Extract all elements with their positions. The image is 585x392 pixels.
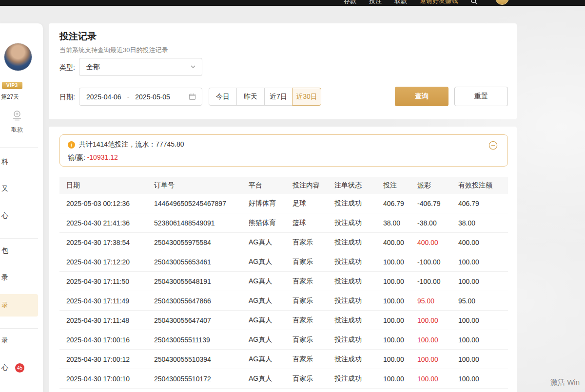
type-label: 类型: (59, 63, 75, 72)
quick-date-button[interactable]: 昨天 (236, 88, 265, 106)
search-icon[interactable] (470, 0, 477, 4)
cell-date: 2025-04-30 17:00:12 (59, 355, 154, 363)
cell-order: 250430055975584 (154, 239, 249, 246)
query-button[interactable]: 查询 (395, 87, 448, 106)
cell-platform: AG真人 (249, 258, 292, 266)
topbar-nav-item[interactable]: 存款 (344, 0, 356, 5)
cell-date: 2025-04-30 17:11:50 (59, 278, 154, 285)
cell-valid: 100.00 (458, 317, 508, 324)
table-header-cell: 有效投注额 (458, 181, 508, 190)
table-header-cell: 平台 (249, 181, 292, 190)
cell-valid: 100.00 (458, 355, 508, 363)
cell-platform: 好博体育 (249, 199, 292, 208)
sidebar-item[interactable]: 料 (0, 152, 38, 172)
sidebar-item[interactable]: 录 (0, 331, 38, 350)
summary-totals-text: 共计1414笔投注，流水：77745.80 (79, 140, 184, 149)
table-row: 2025-04-30 17:12:20250430055653461AG真人百家… (59, 252, 508, 272)
notification-badge: 45 (15, 363, 24, 373)
cell-payout: 400.00 (417, 239, 458, 246)
user-avatar[interactable] (4, 43, 32, 71)
cell-payout: -100.00 (417, 258, 458, 266)
cell-platform: AG真人 (249, 374, 292, 383)
topbar-promo-link[interactable]: 邀请好友赚钱 (420, 0, 458, 5)
sidebar-item[interactable]: 包 (0, 241, 38, 261)
cell-valid: 400.00 (458, 239, 508, 246)
sidebar-item[interactable]: 心45 (0, 358, 38, 377)
cell-date: 2025-04-30 17:38:54 (59, 239, 154, 246)
withdraw-icon (11, 115, 23, 123)
table-header-cell: 日期 (59, 181, 154, 190)
cell-status: 投注成功 (334, 336, 383, 344)
cell-order: 250430055653461 (154, 258, 249, 266)
sidebar-item-label: 心 (1, 211, 8, 220)
sidebar-item-label: 包 (1, 246, 8, 255)
cell-valid: 38.00 (458, 219, 508, 227)
cell-content: 百家乐 (292, 238, 334, 247)
winloss-label: 输/赢: (68, 153, 85, 161)
date-range-picker[interactable]: 2025-04-06 - 2025-05-05 (79, 88, 202, 106)
cell-bet: 100.00 (383, 355, 417, 363)
cell-date: 2025-04-30 17:00:16 (59, 336, 154, 344)
records-panel: i 共计1414笔投注，流水：77745.80 输/赢: -10931.12 日… (49, 127, 517, 392)
cell-order: 250430055647866 (154, 297, 249, 305)
cell-content: 百家乐 (292, 316, 334, 325)
topbar-nav-item[interactable]: 投注 (369, 0, 382, 5)
sidebar-item[interactable]: 又 (0, 179, 38, 199)
cell-order: 250430055648191 (154, 278, 249, 285)
page-title: 投注记录 (59, 30, 97, 43)
cell-status: 投注成功 (334, 199, 383, 208)
cell-date: 2025-04-30 17:00:10 (59, 375, 154, 383)
cell-payout: 100.00 (417, 336, 458, 344)
cell-date: 2025-04-30 17:11:48 (59, 317, 154, 324)
type-select[interactable]: 全部 (79, 58, 202, 76)
sidebar-item-label: 录 (1, 301, 8, 310)
cell-status: 投注成功 (334, 355, 383, 364)
cell-order: 250430055510172 (154, 375, 249, 383)
cell-platform: 熊猫体育 (249, 219, 292, 227)
cell-content: 百家乐 (292, 336, 334, 344)
info-icon: i (68, 141, 75, 149)
reset-button[interactable]: 重置 (454, 87, 508, 106)
sidebar-divider (0, 147, 38, 148)
table-row: 2025-05-03 00:12:361446496505245467897好博… (59, 194, 508, 213)
cell-platform: AG真人 (249, 297, 292, 305)
sidebar-item-label: 又 (1, 185, 8, 193)
cell-bet: 100.00 (383, 278, 417, 285)
sidebar-item[interactable]: 心 (0, 206, 38, 225)
collapse-minus-icon[interactable] (488, 141, 498, 150)
cell-order: 250430055510394 (154, 355, 249, 363)
cell-payout: 100.00 (417, 375, 458, 383)
table-header-cell: 投注内容 (292, 181, 334, 190)
topbar-nav-item[interactable]: 取款 (394, 0, 407, 5)
quick-date-button[interactable]: 今日 (209, 88, 237, 106)
cell-valid: 95.00 (458, 297, 508, 305)
cell-platform: AG真人 (249, 277, 292, 286)
cell-bet: 100.00 (383, 258, 417, 266)
date-label: 日期: (59, 93, 75, 102)
sidebar-item-label: 录 (1, 273, 8, 282)
cell-bet: 400.00 (383, 239, 417, 246)
cell-content: 足球 (292, 199, 334, 208)
bet-records-table: 日期订单号平台投注内容注单状态投注派彩有效投注额 2025-05-03 00:1… (59, 177, 508, 389)
withdraw-quick-action[interactable]: 取款 (0, 109, 34, 134)
cell-payout: 100.00 (417, 355, 458, 363)
quick-date-button[interactable]: 近7日 (264, 88, 292, 106)
cell-platform: AG真人 (249, 316, 292, 325)
cell-status: 投注成功 (334, 258, 383, 266)
sidebar-item-label: 料 (1, 158, 8, 167)
sidebar-item[interactable]: 录 (0, 294, 38, 317)
cell-content: 百家乐 (292, 258, 334, 266)
quick-date-button[interactable]: 近30日 (292, 88, 321, 106)
cell-status: 投注成功 (334, 219, 383, 227)
cell-content: 百家乐 (292, 277, 334, 286)
cell-status: 投注成功 (334, 238, 383, 247)
cell-status: 投注成功 (334, 316, 383, 325)
winloss-value: -10931.12 (87, 153, 118, 161)
cell-valid: 100.00 (458, 375, 508, 383)
sidebar-item[interactable]: 录 (0, 268, 38, 287)
cell-date: 2025-04-30 17:12:20 (59, 258, 154, 266)
cell-order: 1446496505245467897 (154, 200, 249, 207)
cell-content: 百家乐 (292, 355, 334, 364)
topbar-avatar[interactable] (495, 0, 509, 5)
vip-badge: VIP3 (2, 82, 22, 89)
